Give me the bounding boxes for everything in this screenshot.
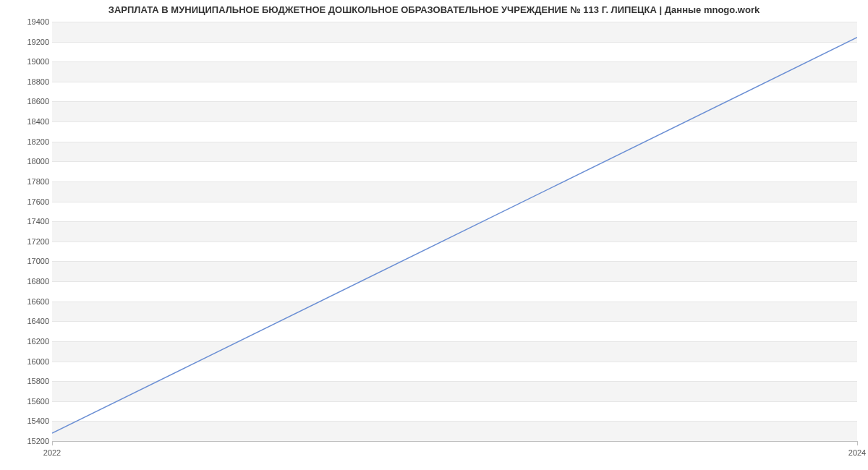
y-tick-label: 18000 (20, 157, 49, 166)
y-tick-label: 18800 (20, 77, 49, 86)
y-tick-label: 18600 (20, 97, 49, 106)
y-tick-label: 17400 (20, 217, 49, 226)
y-tick-label: 15600 (20, 397, 49, 406)
x-tick (52, 441, 53, 445)
y-tick-label: 17000 (20, 257, 49, 265)
y-tick-label: 19400 (20, 17, 49, 26)
y-tick-label: 17800 (20, 177, 49, 186)
series-line (52, 38, 857, 433)
x-axis-line (52, 441, 857, 442)
y-tick-label: 15400 (20, 416, 49, 425)
line-layer (52, 22, 857, 441)
chart-container: ЗАРПЛАТА В МУНИЦИПАЛЬНОЕ БЮДЖЕТНОЕ ДОШКО… (0, 0, 868, 470)
plot-area: 1520015400156001580016000162001640016600… (52, 22, 857, 441)
x-tick-label: 2022 (43, 448, 61, 457)
y-tick-label: 15800 (20, 377, 49, 385)
y-tick-label: 16600 (20, 297, 49, 306)
y-tick-label: 16200 (20, 337, 49, 346)
y-tick-label: 19000 (20, 57, 49, 66)
y-tick-label: 17200 (20, 237, 49, 246)
y-tick-label: 18400 (20, 117, 49, 126)
y-tick-label: 16000 (20, 357, 49, 366)
y-tick-label: 19200 (20, 38, 49, 46)
y-tick-label: 16400 (20, 317, 49, 325)
y-tick-label: 18200 (20, 137, 49, 146)
y-tick-label: 17600 (20, 197, 49, 206)
y-tick-label: 15200 (20, 437, 49, 445)
y-tick-label: 16800 (20, 277, 49, 286)
x-tick (857, 441, 858, 445)
chart-title: ЗАРПЛАТА В МУНИЦИПАЛЬНОЕ БЮДЖЕТНОЕ ДОШКО… (0, 4, 868, 15)
x-tick-label: 2024 (848, 448, 866, 457)
